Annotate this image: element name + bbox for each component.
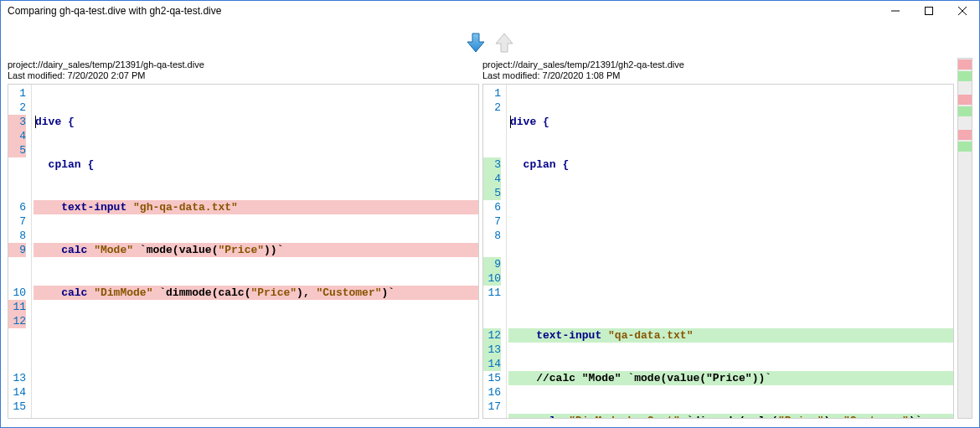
next-diff-button[interactable] <box>464 31 487 54</box>
right-pane-header: project://dairy_sales/temp/21391/gh2-qa-… <box>482 58 954 84</box>
left-modified: Last modified: 7/20/2020 2:07 PM <box>8 70 479 81</box>
left-pane: project://dairy_sales/temp/21391/gh-qa-t… <box>8 58 479 419</box>
right-modified: Last modified: 7/20/2020 1:08 PM <box>482 70 954 81</box>
diff-content: project://dairy_sales/temp/21391/gh-qa-t… <box>1 58 979 425</box>
right-pane: project://dairy_sales/temp/21391/gh2-qa-… <box>482 58 954 419</box>
minimize-button[interactable] <box>879 1 912 21</box>
right-gutter: 1 2 3 4 5 6 7 8 9 10 11 12 13 14 <box>483 85 507 418</box>
maximize-button[interactable] <box>912 1 946 21</box>
left-pane-header: project://dairy_sales/temp/21391/gh-qa-t… <box>8 58 479 84</box>
svg-rect-1 <box>926 8 933 15</box>
diff-minimap[interactable] <box>957 58 972 419</box>
right-code[interactable]: dive { cplan { text-input "qa-data.txt" … <box>507 85 953 418</box>
close-button[interactable] <box>946 1 979 21</box>
toolbar <box>1 28 979 58</box>
window-title: Comparing gh-qa-test.dive with gh2-qa-te… <box>8 5 879 17</box>
left-code[interactable]: dive { cplan { text-input "gh-qa-data.tx… <box>32 85 478 418</box>
titlebar: Comparing gh-qa-test.dive with gh2-qa-te… <box>1 1 979 21</box>
left-editor[interactable]: 1 2 3 4 5 6 7 8 9 10 11 12 <box>8 84 479 419</box>
left-path: project://dairy_sales/temp/21391/gh-qa-t… <box>8 59 479 70</box>
prev-diff-button[interactable] <box>493 31 516 54</box>
left-gutter: 1 2 3 4 5 6 7 8 9 10 11 12 <box>8 85 32 418</box>
window-controls <box>879 1 979 21</box>
right-editor[interactable]: 1 2 3 4 5 6 7 8 9 10 11 12 13 14 <box>482 84 954 419</box>
right-path: project://dairy_sales/temp/21391/gh2-qa-… <box>482 59 954 70</box>
